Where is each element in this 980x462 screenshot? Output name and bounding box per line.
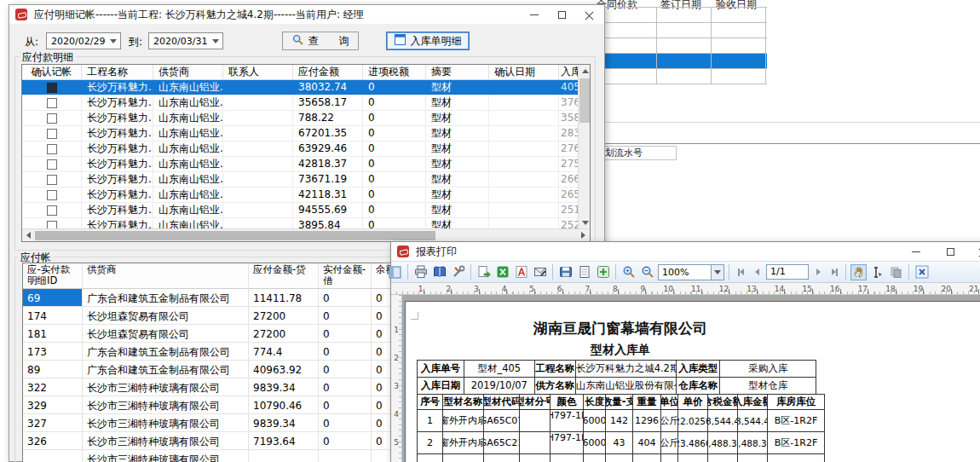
page-number-field[interactable]: 1/1 bbox=[766, 264, 809, 280]
email-icon[interactable] bbox=[532, 264, 548, 280]
scroll-right-arrow[interactable] bbox=[577, 229, 590, 241]
cell-contact bbox=[223, 188, 293, 202]
close-preview-icon[interactable] bbox=[914, 264, 930, 280]
from-date-combo[interactable]: 2020/02/29 bbox=[46, 32, 121, 49]
cell-project: 长沙万科魅力... bbox=[82, 141, 153, 156]
inbound-detail-button[interactable]: 入库单明细 bbox=[386, 32, 470, 50]
pdf-export-icon[interactable] bbox=[513, 264, 529, 280]
prev-page-button[interactable] bbox=[750, 265, 764, 279]
vertical-scrollbar[interactable] bbox=[578, 65, 590, 228]
col-summary[interactable]: 摘要 bbox=[426, 65, 489, 79]
maximize-button[interactable] bbox=[548, 5, 575, 24]
confirm-checkbox[interactable] bbox=[47, 205, 57, 216]
cell-supplier: 山东南山铝业... bbox=[153, 141, 223, 156]
cell-detail-id[interactable]: 327 bbox=[23, 414, 83, 431]
chevron-down-icon[interactable] bbox=[209, 33, 222, 49]
save-icon[interactable] bbox=[557, 264, 574, 280]
multi-page-icon[interactable] bbox=[595, 264, 611, 280]
minimize-button[interactable] bbox=[521, 5, 548, 24]
col-tax[interactable]: 进项税额 bbox=[363, 65, 426, 79]
titlebar[interactable]: 报表打印 bbox=[391, 242, 980, 261]
cell-detail-id[interactable] bbox=[23, 450, 83, 462]
col-supplier[interactable]: 供货商 bbox=[153, 65, 223, 79]
table-row[interactable]: 长沙万科魅力... 山东南山铝业... 67201.35 0 型材 283 bbox=[22, 126, 579, 141]
col-amount[interactable]: 应付金额 bbox=[293, 65, 363, 79]
table-row[interactable]: 长沙万科魅力... 山东南山铝业... 788.22 0 型材 358 bbox=[22, 111, 579, 126]
confirm-checkbox[interactable] bbox=[47, 98, 57, 108]
chevron-down-icon[interactable] bbox=[107, 33, 120, 49]
maximize-button[interactable] bbox=[937, 242, 964, 261]
col-confirm[interactable]: 确认记帐 bbox=[22, 65, 82, 79]
scroll-down-arrow[interactable] bbox=[579, 217, 591, 228]
chevron-down-icon[interactable] bbox=[711, 265, 723, 280]
table-row[interactable]: 长沙万科魅力... 山东南山铝业... 42818.37 0 型材 275 bbox=[22, 157, 579, 172]
col-payable-credit[interactable]: 应付金额-贷 bbox=[249, 263, 319, 288]
cell-detail-id[interactable]: 174 bbox=[23, 307, 83, 324]
print-icon[interactable] bbox=[412, 264, 429, 280]
confirm-checkbox[interactable] bbox=[47, 83, 57, 93]
confirm-checkbox[interactable] bbox=[47, 159, 57, 170]
tools-icon[interactable] bbox=[450, 264, 466, 280]
table-row[interactable]: 长沙万科魅力... 山东南山铝业... 73671.19 0 型材 266 bbox=[22, 172, 579, 188]
minimize-button[interactable] bbox=[902, 242, 930, 261]
next-page-button[interactable] bbox=[811, 265, 825, 279]
confirm-checkbox[interactable] bbox=[47, 144, 57, 154]
cell-detail-id[interactable]: 326 bbox=[23, 432, 83, 449]
search-icon bbox=[292, 34, 303, 48]
confirm-checkbox[interactable] bbox=[47, 113, 57, 124]
cell-detail-id[interactable]: 322 bbox=[23, 378, 83, 396]
bg-table-row bbox=[602, 8, 767, 23]
zoom-in-icon[interactable] bbox=[620, 264, 637, 280]
table-row[interactable]: 长沙万科魅力... 山东南山铝业... 94555.69 0 型材 251 bbox=[22, 203, 579, 218]
col-project[interactable]: 工程名称 bbox=[82, 65, 153, 79]
zoom-out-icon[interactable] bbox=[639, 264, 655, 280]
query-button-label: 查 询 bbox=[308, 34, 349, 49]
print-preview-area[interactable]: 12345 湖南亘晟门窗幕墙有限公司 型材入库单 入库单号 型材_405 工程名… bbox=[391, 295, 980, 462]
titlebar[interactable]: 应付明细记帐------当前工程: 长沙万科魅力之城4.2期------当前用户… bbox=[9, 5, 604, 24]
horizontal-scrollbar[interactable] bbox=[22, 228, 590, 241]
table-row[interactable]: 长沙万科魅力... 山东南山铝业... 38032.74 0 型材 405 bbox=[22, 80, 579, 95]
dock-panel-icon[interactable] bbox=[387, 264, 403, 280]
scroll-left-arrow[interactable] bbox=[22, 229, 35, 241]
cell-detail-id[interactable]: 69 bbox=[23, 289, 83, 306]
scroll-up-arrow[interactable] bbox=[579, 65, 591, 77]
cell-inbound: 405 bbox=[559, 80, 579, 95]
cell-detail-id[interactable]: 181 bbox=[23, 325, 83, 342]
scrollbar-thumb[interactable] bbox=[35, 231, 435, 240]
book-icon[interactable] bbox=[431, 264, 447, 280]
confirm-checkbox[interactable] bbox=[47, 175, 57, 185]
cell-paid: 0 bbox=[319, 396, 372, 413]
col-supplier[interactable]: 供货商 bbox=[83, 263, 249, 288]
col-detail-id[interactable]: 应-实付款明细ID bbox=[23, 263, 83, 288]
col-paid-debit[interactable]: 实付金额-借 bbox=[319, 263, 372, 288]
text-select-icon[interactable] bbox=[869, 264, 885, 280]
col-inbound[interactable]: 入库 bbox=[559, 65, 579, 79]
cell-detail-id[interactable]: 329 bbox=[23, 396, 83, 413]
col-confirm-date[interactable]: 确认日期 bbox=[489, 65, 559, 79]
to-date-combo[interactable]: 2020/03/31 bbox=[148, 32, 223, 49]
confirm-checkbox[interactable] bbox=[47, 221, 57, 229]
confirm-checkbox[interactable] bbox=[47, 129, 57, 139]
table-row[interactable]: 长沙万科魅力... 山东南山铝业... 63929.46 0 型材 276 bbox=[22, 141, 579, 157]
excel-export-icon[interactable] bbox=[494, 264, 510, 280]
copy-icon[interactable] bbox=[888, 264, 904, 280]
table-row[interactable]: 长沙万科魅力... 山东南山铝业... 35658.17 0 型材 376 bbox=[22, 95, 579, 111]
single-page-icon[interactable] bbox=[576, 264, 592, 280]
confirm-checkbox[interactable] bbox=[47, 190, 57, 200]
zoom-select[interactable]: 100% bbox=[658, 264, 724, 280]
last-page-button[interactable] bbox=[827, 265, 841, 279]
close-button[interactable] bbox=[575, 5, 602, 24]
table-row[interactable]: 长沙万科魅力... 山东南山铝业... 42118.31 0 型材 265 bbox=[22, 188, 579, 203]
cell-project: 长沙万科魅力... bbox=[82, 203, 153, 217]
table-row[interactable]: 长沙万科魅力... 山东南山铝业... 3895.84 0 型材 252 bbox=[22, 218, 579, 228]
query-button[interactable]: 查 询 bbox=[282, 32, 359, 50]
cell-detail-id[interactable]: 173 bbox=[23, 343, 83, 360]
cell-detail-id[interactable]: 89 bbox=[23, 361, 83, 378]
export-icon[interactable] bbox=[476, 264, 492, 280]
col-contact[interactable]: 联系人 bbox=[223, 65, 293, 79]
close-button[interactable] bbox=[969, 242, 980, 261]
first-page-button[interactable] bbox=[734, 265, 747, 279]
hand-tool-icon[interactable] bbox=[850, 264, 867, 280]
cell-material-code: GA65C21 bbox=[484, 432, 520, 454]
scrollbar-thumb[interactable] bbox=[579, 78, 590, 123]
